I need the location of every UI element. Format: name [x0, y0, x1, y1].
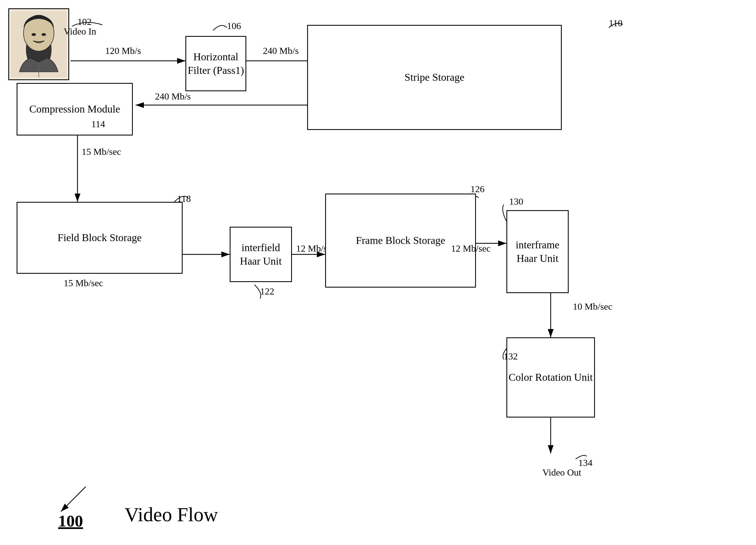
box-interfield-haar: interfield Haar Unit: [230, 227, 292, 282]
box-color-rotation: Color Rotation Unit: [506, 337, 595, 417]
svg-point-14: [32, 33, 36, 36]
label-120mbs: 120 Mb/s: [105, 46, 141, 56]
portrait-image: [8, 8, 69, 80]
label-15mbsec-cm: 15 Mb/sec: [82, 147, 121, 157]
box-stripe-storage: Stripe Storage: [307, 25, 562, 130]
label-12mbsec-frbs-ifrhu: 12 Mb/sec: [451, 243, 491, 254]
box-compression-module: Compression Module: [17, 83, 133, 136]
box-field-block-storage: Field Block Storage: [17, 202, 183, 274]
ref-102: 102: [77, 17, 92, 27]
box-interframe-haar: interframe Haar Unit: [506, 210, 569, 293]
ref-110: 110: [609, 18, 623, 28]
label-video-out: Video Out: [542, 467, 581, 478]
label-240mbs-hf-ss: 240 Mb/s: [263, 46, 299, 56]
ref-122: 122: [260, 286, 274, 297]
figure-number: 100: [58, 512, 83, 531]
svg-line-11: [61, 487, 86, 512]
video-flow-title: Video Flow: [125, 503, 218, 526]
label-15mbsec-fbs: 15 Mb/sec: [64, 278, 103, 288]
ref-134: 134: [578, 458, 592, 468]
box-horizontal-filter: Horizontal Filter (Pass1): [185, 36, 246, 91]
box-frame-block-storage: Frame Block Storage: [325, 194, 476, 287]
ref-126: 126: [470, 184, 485, 195]
diagram-container: 102 Video In Horizontal Filter (Pass1) 1…: [0, 0, 756, 545]
label-240mbs-ss-cm: 240 Mb/s: [155, 91, 191, 102]
ref-106: 106: [227, 21, 241, 31]
ref-118: 118: [177, 194, 191, 204]
label-10mbsec: 10 Mb/sec: [573, 301, 612, 312]
ref-132: 132: [504, 351, 518, 362]
svg-point-15: [42, 33, 46, 36]
ref-114: 114: [91, 119, 105, 129]
label-video-in: Video In: [64, 26, 96, 37]
ref-130: 130: [509, 196, 523, 207]
